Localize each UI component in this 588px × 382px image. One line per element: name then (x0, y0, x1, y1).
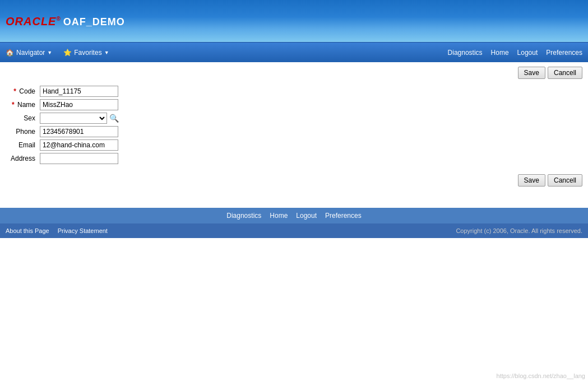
save-button-bottom[interactable]: Save (518, 174, 545, 187)
oracle-brand: ORACLE (6, 15, 56, 27)
home-link[interactable]: Home (491, 49, 509, 57)
footer-links: About this Page Privacy Statement (6, 227, 108, 234)
name-row: * Name (8, 98, 122, 111)
phone-label: Phone (16, 128, 35, 136)
registered-mark: ® (56, 15, 61, 21)
footer-logout-link[interactable]: Logout (296, 212, 317, 220)
address-row: Address (8, 152, 122, 165)
sex-search-button[interactable]: 🔍 (108, 114, 120, 123)
name-label-cell: * Name (8, 98, 38, 111)
sex-value-cell: Male Female 🔍 (38, 111, 122, 125)
footer-preferences-link[interactable]: Preferences (325, 212, 362, 220)
sex-row: Sex Male Female 🔍 (8, 111, 122, 125)
navbar-right: Diagnostics Home Logout Preferences (448, 49, 582, 57)
home-icon: 🏠 (6, 49, 14, 57)
footer-home-link[interactable]: Home (270, 212, 288, 220)
name-value-cell (38, 98, 122, 111)
email-label: Email (18, 141, 35, 149)
save-button-top[interactable]: Save (518, 67, 545, 79)
navbar: 🏠 Navigator ▼ ⭐ Favorites ▼ Diagnostics … (0, 42, 588, 62)
code-label: Code (19, 87, 35, 95)
phone-row: Phone (8, 125, 122, 138)
diagnostics-link[interactable]: Diagnostics (448, 49, 483, 57)
header: ORACLE®OAF_DEMO (0, 0, 588, 42)
privacy-statement-link[interactable]: Privacy Statement (58, 227, 108, 234)
address-value-cell (38, 152, 122, 165)
favorites-dropdown-icon: ▼ (104, 50, 109, 55)
app-name: OAF_DEMO (63, 16, 125, 27)
email-label-cell: Email (8, 138, 38, 152)
phone-value-cell (38, 125, 122, 138)
cancel-button-top[interactable]: Cancell (548, 67, 582, 79)
code-label-cell: * Code (8, 85, 38, 98)
navbar-left: 🏠 Navigator ▼ ⭐ Favorites ▼ (6, 49, 109, 57)
email-value-cell (38, 138, 122, 152)
address-label: Address (11, 155, 35, 162)
navigator-menu[interactable]: 🏠 Navigator ▼ (6, 49, 52, 57)
copyright-text: Copyright (c) 2006, Oracle. All rights r… (456, 227, 582, 234)
sex-select[interactable]: Male Female (40, 113, 107, 124)
form: * Code * Name Sex (8, 85, 122, 165)
email-input[interactable] (40, 139, 118, 151)
phone-input[interactable] (40, 126, 118, 137)
footer-bottom: About this Page Privacy Statement Copyri… (0, 223, 588, 238)
sex-label: Sex (24, 114, 35, 122)
bottom-toolbar: Save Cancell (6, 174, 582, 187)
logo-area: ORACLE®OAF_DEMO (6, 14, 125, 29)
name-input[interactable] (40, 99, 118, 110)
content-area: Save Cancell * Code * Name Sex (0, 62, 588, 197)
top-toolbar: Save Cancell (6, 67, 582, 79)
name-required-star: * (12, 101, 15, 109)
code-required-star: * (13, 87, 16, 95)
address-input[interactable] (40, 153, 118, 164)
address-label-cell: Address (8, 152, 38, 165)
footer-diagnostics-link[interactable]: Diagnostics (226, 212, 261, 220)
code-value-cell (38, 85, 122, 98)
navigator-label: Navigator (16, 49, 45, 57)
phone-label-cell: Phone (8, 125, 38, 138)
footer-nav: Diagnostics Home Logout Preferences (0, 208, 588, 223)
favorites-icon: ⭐ (63, 49, 72, 57)
search-icon: 🔍 (109, 114, 119, 123)
email-row: Email (8, 138, 122, 152)
favorites-label: Favorites (74, 49, 101, 57)
sex-label-cell: Sex (8, 111, 38, 125)
favorites-menu[interactable]: ⭐ Favorites ▼ (63, 49, 109, 57)
cancel-button-bottom[interactable]: Cancell (548, 174, 582, 187)
code-input[interactable] (40, 86, 118, 97)
name-label: Name (17, 101, 35, 109)
navigator-dropdown-icon: ▼ (47, 50, 52, 55)
preferences-link[interactable]: Preferences (546, 49, 582, 57)
about-page-link[interactable]: About this Page (6, 227, 49, 234)
logout-link[interactable]: Logout (517, 49, 538, 57)
code-row: * Code (8, 85, 122, 98)
